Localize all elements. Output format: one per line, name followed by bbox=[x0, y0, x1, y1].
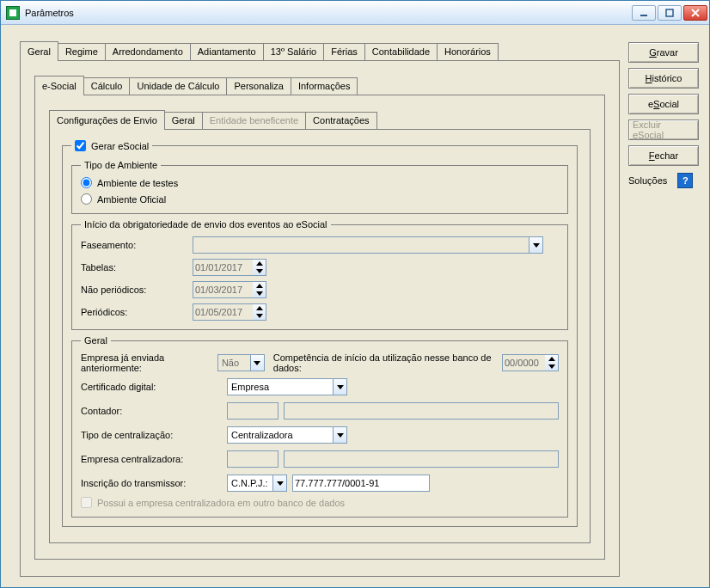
label-periodicos: Periódicos: bbox=[81, 307, 193, 317]
spin-per-arrows[interactable] bbox=[253, 303, 266, 321]
chevron-down-icon[interactable] bbox=[256, 312, 263, 320]
checkbox-possui-centralizadora-input bbox=[81, 497, 92, 508]
label-tipo-centralizacao: Tipo de centralização: bbox=[81, 430, 227, 440]
radio-ambiente-testes-input[interactable] bbox=[81, 177, 92, 188]
tab-arredondamento[interactable]: Arredondamento bbox=[105, 43, 191, 60]
window-buttons bbox=[632, 5, 707, 21]
tab-13-salario[interactable]: 13º Salário bbox=[263, 43, 325, 60]
radio-ambiente-oficial-input[interactable] bbox=[81, 193, 92, 205]
solucoes-link[interactable]: Soluções bbox=[628, 175, 667, 186]
spin-nao-periodicos[interactable]: 01/03/2017 bbox=[193, 281, 559, 298]
group-tipo-ambiente: Tipo de Ambiente Ambiente de testes Ambi… bbox=[71, 160, 568, 214]
main-area: Geral Regime Arredondamento Adiantamento… bbox=[20, 40, 620, 577]
tabs-main: Geral Regime Arredondamento Adiantamento… bbox=[20, 40, 620, 60]
group-gerar-esocial: Gerar eSocial Tipo de Ambiente Ambiente … bbox=[62, 140, 578, 527]
combo-certificado[interactable]: Empresa bbox=[227, 378, 347, 395]
checkbox-gerar-esocial-input[interactable] bbox=[75, 140, 86, 151]
input-contador-code[interactable] bbox=[227, 402, 278, 420]
tab-sub-geral[interactable]: Geral bbox=[164, 112, 203, 129]
sub1-body: Configurações de Envio Geral Entidade be… bbox=[34, 95, 605, 560]
checkbox-gerar-esocial-label: Gerar eSocial bbox=[91, 141, 149, 151]
spin-competencia-arrows[interactable] bbox=[545, 354, 559, 371]
esocial-button[interactable]: eSocial bbox=[628, 94, 699, 114]
close-button[interactable] bbox=[683, 5, 707, 21]
chevron-down-icon bbox=[250, 355, 264, 371]
main-tab-body: e-Social Cálculo Unidade de Cálculo Pers… bbox=[20, 60, 620, 577]
minimize-button[interactable] bbox=[632, 5, 656, 21]
excluir-esocial-button: Excluir eSocial bbox=[628, 119, 699, 140]
tab-adiantamento[interactable]: Adiantamento bbox=[190, 43, 264, 60]
tab-ferias[interactable]: Férias bbox=[323, 43, 365, 60]
combo-inscricao-tipo[interactable]: C.N.P.J.: bbox=[227, 475, 287, 492]
label-empresa-centralizadora: Empresa centralizadora: bbox=[81, 454, 227, 464]
group-geral: Geral Empresa já enviada anteriormente: … bbox=[71, 335, 568, 518]
chevron-down-icon[interactable] bbox=[256, 267, 263, 275]
sub2-body: Gerar eSocial Tipo de Ambiente Ambiente … bbox=[49, 129, 591, 543]
radio-ambiente-testes[interactable]: Ambiente de testes bbox=[81, 177, 559, 188]
label-contador: Contador: bbox=[81, 406, 227, 416]
tab-informacoes[interactable]: Informações bbox=[291, 77, 358, 95]
svg-rect-1 bbox=[666, 9, 673, 16]
tab-unidade-calculo[interactable]: Unidade de Cálculo bbox=[129, 77, 227, 95]
input-contador-name[interactable] bbox=[284, 402, 559, 420]
chevron-up-icon[interactable] bbox=[256, 304, 263, 312]
chevron-down-icon[interactable] bbox=[256, 290, 263, 297]
spin-tabelas-arrows[interactable] bbox=[253, 259, 266, 276]
tab-contabilidade[interactable]: Contabilidade bbox=[364, 43, 438, 60]
tab-calculo[interactable]: Cálculo bbox=[83, 77, 131, 95]
spin-naoper-arrows[interactable] bbox=[253, 281, 266, 298]
tab-personaliza[interactable]: Personaliza bbox=[226, 77, 291, 95]
spin-nao-periodicos-value: 01/03/2017 bbox=[193, 281, 253, 298]
right-buttons: Gravar Histórico eSocial Excluir eSocial… bbox=[628, 40, 699, 577]
tab-config-envio[interactable]: Configurações de Envio bbox=[49, 110, 165, 130]
chevron-down-icon bbox=[333, 379, 346, 395]
tab-geral[interactable]: Geral bbox=[20, 41, 58, 61]
gravar-button[interactable]: Gravar bbox=[628, 42, 699, 63]
spin-competencia[interactable]: 00/0000 bbox=[502, 354, 559, 371]
window-title: Parâmetros bbox=[25, 8, 632, 18]
label-inscricao-transmissor: Inscrição do transmissor: bbox=[81, 478, 227, 488]
combo-certificado-value: Empresa bbox=[230, 382, 345, 392]
client-area: Geral Regime Arredondamento Adiantamento… bbox=[1, 25, 709, 587]
radio-ambiente-oficial-label: Ambiente Oficial bbox=[97, 194, 166, 205]
window: Parâmetros Geral Regime Arredondamento A… bbox=[0, 0, 710, 588]
titlebar[interactable]: Parâmetros bbox=[1, 1, 709, 25]
spin-periodicos[interactable]: 01/05/2017 bbox=[193, 303, 559, 321]
spin-competencia-value: 00/0000 bbox=[502, 354, 545, 371]
tab-contratacoes[interactable]: Contratações bbox=[305, 112, 376, 129]
tab-entidade-beneficente: Entidade beneficente bbox=[202, 112, 306, 129]
maximize-button[interactable] bbox=[658, 5, 682, 21]
tab-honorarios[interactable]: Honorários bbox=[437, 43, 499, 60]
combo-empresa-ja-enviada[interactable]: Não bbox=[217, 354, 265, 371]
radio-ambiente-oficial[interactable]: Ambiente Oficial bbox=[81, 193, 559, 205]
chevron-down-icon bbox=[272, 475, 286, 491]
chevron-up-icon[interactable] bbox=[256, 282, 263, 290]
checkbox-gerar-esocial[interactable]: Gerar eSocial bbox=[75, 140, 149, 151]
spin-periodicos-value: 01/05/2017 bbox=[193, 303, 253, 321]
tab-regime[interactable]: Regime bbox=[58, 43, 106, 60]
help-icon[interactable]: ? bbox=[677, 173, 693, 188]
input-inscricao-valor[interactable]: 77.777.777/0001-91 bbox=[292, 475, 430, 492]
chevron-up-icon[interactable] bbox=[548, 355, 555, 363]
label-certificado: Certificado digital: bbox=[81, 382, 227, 392]
input-empresa-central-name[interactable] bbox=[284, 450, 559, 468]
fechar-button[interactable]: Fechar bbox=[628, 145, 699, 166]
tabs-sub2: Configurações de Envio Geral Entidade be… bbox=[49, 109, 591, 129]
checkbox-possui-centralizadora: Possui a empresa centralizadora em outro… bbox=[81, 497, 559, 508]
label-nao-periodicos: Não periódicos: bbox=[81, 285, 193, 295]
label-empresa-ja-enviada: Empresa já enviada anteriormente: bbox=[81, 352, 214, 373]
combo-faseamento[interactable] bbox=[193, 236, 543, 254]
label-competencia: Competência de início da utilização ness… bbox=[273, 352, 499, 373]
input-empresa-central-code[interactable] bbox=[227, 450, 278, 468]
spin-tabelas[interactable]: 01/01/2017 bbox=[193, 259, 559, 276]
radio-ambiente-testes-label: Ambiente de testes bbox=[97, 178, 178, 188]
legend-tipo-ambiente: Tipo de Ambiente bbox=[81, 160, 161, 170]
label-tabelas: Tabelas: bbox=[81, 262, 193, 273]
chevron-down-icon[interactable] bbox=[548, 363, 555, 371]
combo-tipo-centralizacao[interactable]: Centralizadora bbox=[227, 426, 347, 444]
chevron-up-icon[interactable] bbox=[256, 260, 263, 267]
historico-button[interactable]: Histórico bbox=[628, 68, 699, 89]
tab-esocial[interactable]: e-Social bbox=[34, 76, 84, 95]
spin-tabelas-value: 01/01/2017 bbox=[193, 259, 253, 276]
combo-tipo-central-value: Centralizadora bbox=[230, 430, 345, 440]
